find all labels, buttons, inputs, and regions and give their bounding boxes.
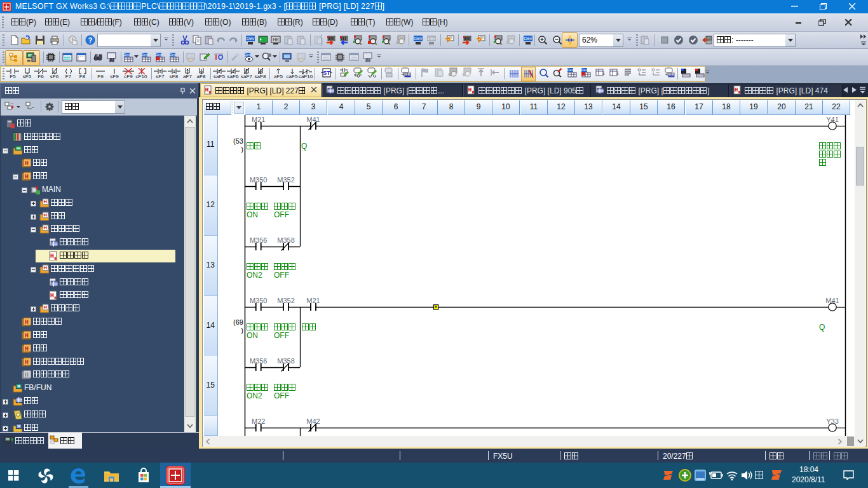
svg-text:M356: M356: [250, 236, 268, 244]
svg-text:M350: M350: [250, 297, 268, 304]
svg-text:M42: M42: [306, 417, 320, 425]
svg-text:(53: (53: [233, 137, 243, 145]
svg-text:M350: M350: [250, 176, 268, 184]
svg-text:M22: M22: [252, 417, 265, 425]
svg-text:): ): [241, 146, 243, 153]
svg-text:): ): [241, 327, 243, 334]
svg-text:M41: M41: [306, 116, 320, 123]
svg-text:M21: M21: [252, 116, 265, 123]
svg-text:M352: M352: [277, 297, 295, 304]
svg-text:Y41: Y41: [826, 116, 839, 123]
svg-text:(69: (69: [233, 318, 243, 326]
svg-text:M352: M352: [277, 176, 295, 184]
svg-text:M356: M356: [250, 357, 268, 365]
svg-text:Y33: Y33: [826, 417, 839, 425]
svg-text:M358: M358: [277, 236, 295, 244]
svg-text:M41: M41: [825, 297, 839, 304]
svg-text:M21: M21: [306, 297, 320, 304]
svg-text:M358: M358: [277, 357, 295, 365]
